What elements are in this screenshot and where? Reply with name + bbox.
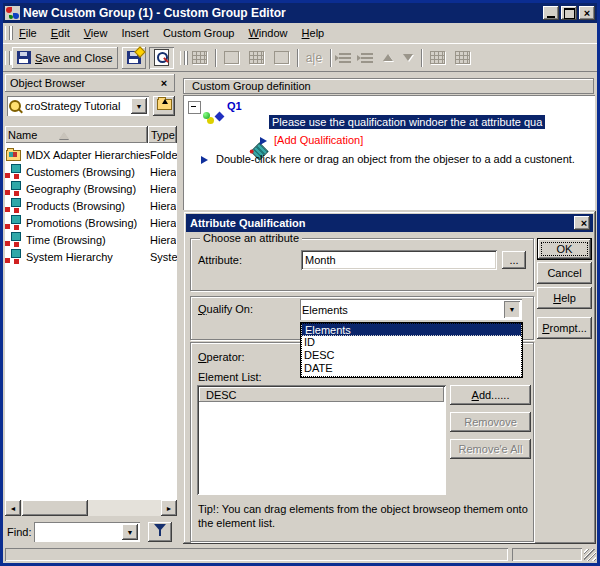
minimize-button[interactable] — [543, 6, 559, 20]
column-header-type[interactable]: Type — [148, 126, 177, 144]
maximize-button[interactable] — [561, 6, 577, 20]
scroll-left-button[interactable]: ◄ — [5, 500, 21, 516]
find-input[interactable]: ▼ — [34, 522, 140, 542]
menu-view[interactable]: View — [77, 25, 115, 41]
resize-grip[interactable] — [584, 549, 596, 561]
hierarchy-icon — [5, 181, 22, 196]
element-listbox[interactable]: DESC — [197, 385, 446, 495]
menu-insert[interactable]: Insert — [114, 25, 156, 41]
browse-button[interactable]: ... — [502, 251, 526, 269]
chevron-down-icon: ▼ — [509, 306, 516, 313]
scrollbar-thumb[interactable] — [22, 500, 88, 516]
scroll-right-button[interactable]: ► — [161, 500, 177, 516]
toolbar-grip-2[interactable] — [180, 51, 185, 65]
collapse-minus-icon[interactable] — [188, 101, 201, 114]
save-as-button[interactable] — [122, 47, 146, 69]
option-id[interactable]: ID — [301, 336, 522, 349]
dialog-title-bar[interactable]: Attribute Qualification × — [186, 214, 593, 232]
menu-window[interactable]: Window — [241, 25, 294, 41]
row-type: Hiera — [150, 234, 176, 246]
project-combobox-value: croStrategy Tutorial — [23, 100, 129, 112]
prompt-button[interactable]: Prompt... — [537, 317, 592, 339]
insert-grid-icon — [249, 51, 264, 64]
list-item[interactable]: Customers (Browsing) Hiera — [5, 163, 177, 180]
toolbar-grip[interactable] — [5, 51, 10, 65]
row-name: Products (Browsing) — [26, 200, 150, 212]
row-type: Hiera — [150, 183, 176, 195]
list-item[interactable]: Products (Browsing) Hiera — [5, 197, 177, 214]
object-browser-header: Object Browser × — [5, 74, 175, 92]
find-row: Find: ▼ — [4, 521, 178, 543]
menu-grip[interactable] — [5, 26, 10, 40]
status-pane-secondary — [512, 548, 582, 561]
help-button[interactable]: Help — [537, 287, 592, 309]
option-desc[interactable]: DESC — [301, 349, 522, 362]
menu-edit[interactable]: Edit — [44, 25, 77, 41]
save-and-close-button[interactable]: Save and Close — [12, 47, 118, 69]
grid-icon — [192, 51, 207, 64]
list-item[interactable]: MDX Adapter Hierarchies Folde — [5, 146, 177, 163]
bullet-icon — [260, 137, 267, 145]
ok-button[interactable]: OK — [537, 238, 592, 260]
arrow-left-icon: ◄ — [10, 505, 17, 512]
copy-icon — [224, 51, 239, 64]
rename-button: a|e — [301, 47, 327, 69]
cancel-button[interactable]: Cancel — [537, 262, 592, 284]
menu-file[interactable]: File — [12, 25, 44, 41]
custom-group-editor-window: New Custom Group (1) - Custom Group Edit… — [0, 0, 600, 566]
column-header-name[interactable]: Name — [5, 126, 148, 144]
object-browser-close-button[interactable]: × — [156, 76, 172, 90]
attribute-value: Month — [305, 254, 336, 266]
bullet-icon — [201, 156, 208, 164]
window-title: New Custom Group (1) - Custom Group Edit… — [23, 6, 286, 20]
attribute-field[interactable]: Month — [301, 250, 497, 270]
move-up-button — [378, 47, 398, 69]
menu-help[interactable]: Help — [295, 25, 332, 41]
close-button[interactable]: × — [579, 6, 595, 20]
toolbar-separator — [330, 49, 331, 67]
tree-item-selected[interactable]: Please use the qualification windoer the… — [269, 115, 545, 129]
list-item[interactable]: Geography (Browsing) Hiera — [5, 180, 177, 197]
insert-element-button — [244, 47, 269, 69]
hierarchy-icon — [5, 215, 22, 230]
title-bar[interactable]: New Custom Group (1) - Custom Group Edit… — [3, 3, 597, 23]
add-button[interactable]: Add...... — [450, 385, 531, 405]
qualify-on-select[interactable]: Elements ▼ — [300, 299, 522, 320]
element-list-column-header[interactable]: DESC — [199, 387, 444, 402]
browse-ellipsis-label: ... — [509, 254, 518, 266]
add-qualification-link[interactable]: [Add Qualification] — [274, 134, 363, 146]
tree-hint-text[interactable]: Double-click here or drag an object from… — [216, 153, 575, 165]
rename-icon: a|e — [306, 52, 322, 64]
type-column-label: Type — [151, 129, 175, 141]
find-object-button[interactable] — [149, 47, 174, 69]
hierarchy-icon — [5, 164, 22, 179]
option-date[interactable]: DATE — [301, 362, 522, 375]
desc-header-label: DESC — [206, 389, 237, 401]
menu-custom-group[interactable]: Custom Group — [156, 25, 242, 41]
project-combobox[interactable]: croStrategy Tutorial ▼ — [7, 96, 149, 116]
cancel-label: Cancel — [547, 267, 581, 279]
qualify-on-label: Qualify On: — [198, 303, 253, 315]
list-item[interactable]: Promotions (Browsing) Hiera — [5, 214, 177, 231]
qualify-on-dropdown-button[interactable]: ▼ — [504, 301, 520, 318]
find-label: Find: — [7, 526, 31, 538]
close-icon: × — [581, 217, 587, 229]
filter-button[interactable] — [148, 522, 172, 542]
tree-item-q1[interactable]: Q1 — [227, 100, 242, 112]
status-bar — [3, 547, 597, 563]
toolbar: Save and Close a|e — [3, 44, 597, 72]
up-one-level-button[interactable] — [153, 96, 175, 116]
project-dropdown-button[interactable]: ▼ — [131, 98, 147, 114]
toolbar-separator — [421, 49, 422, 67]
qualify-on-value: Elements — [300, 304, 502, 316]
find-dropdown-button[interactable]: ▼ — [122, 524, 138, 540]
list-item[interactable]: Time (Browsing) Hiera — [5, 231, 177, 248]
option-elements[interactable]: Elements — [301, 323, 522, 336]
row-name: System Hierarchy — [26, 251, 150, 263]
list-item[interactable]: System Hierarchy Syste — [5, 248, 177, 265]
toolbar-separator — [215, 49, 216, 67]
app-icon — [5, 6, 20, 20]
dialog-close-button[interactable]: × — [574, 216, 590, 230]
horizontal-scrollbar[interactable]: ◄ ► — [5, 500, 177, 516]
remove-label: Removove — [464, 416, 517, 428]
